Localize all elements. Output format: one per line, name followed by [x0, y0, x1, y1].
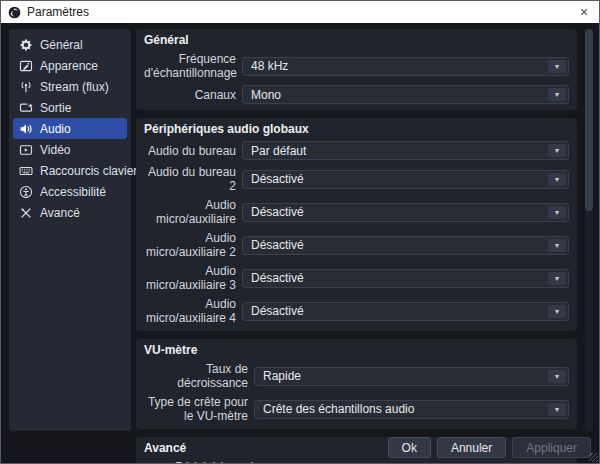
select-value: Crête des échantillons audio: [263, 402, 548, 416]
settings-row: Audio micro/auxiliaire 3 Désactivé ▾: [144, 264, 569, 292]
settings-body: Général Apparence Stream (flux) Sortie A…: [1, 23, 599, 463]
chevron-down-icon: ▾: [548, 403, 566, 416]
settings-row: Canaux Mono ▾: [144, 85, 569, 104]
select-value: Désactivé: [251, 304, 548, 318]
sidebar-item-appearance[interactable]: Apparence: [13, 55, 127, 76]
sidebar-item-video[interactable]: Vidéo: [13, 139, 127, 160]
section-general: Général Fréquence d'échantillonnage 48 k…: [136, 29, 577, 110]
field-label: Audio micro/auxiliaire 4: [144, 297, 236, 325]
field-label: Audio du bureau 2: [144, 165, 236, 193]
chevron-down-icon: ▾: [548, 88, 566, 101]
settings-row: Audio micro/auxiliaire 4 Désactivé ▾: [144, 297, 569, 325]
channels-select[interactable]: Mono ▾: [242, 85, 569, 104]
appearance-icon: [19, 59, 33, 73]
settings-row: Type de crête pour le VU-mètre Crête des…: [144, 395, 569, 423]
settings-row: Périphérique de Monitoring audio Par déf…: [144, 460, 569, 464]
tools-icon: [19, 206, 33, 220]
settings-window: Paramètres × Général Apparence Stream (f…: [0, 0, 600, 464]
mic-aux-2-select[interactable]: Désactivé ▾: [242, 236, 569, 255]
select-value: 48 kHz: [251, 59, 548, 73]
mic-aux-4-select[interactable]: Désactivé ▾: [242, 302, 569, 321]
section-title: VU-mètre: [144, 343, 569, 357]
chevron-down-icon: ▾: [548, 60, 566, 73]
settings-row: Audio micro/auxiliaire 2 Désactivé ▾: [144, 231, 569, 259]
field-label: Taux de décroissance: [144, 362, 248, 390]
chevron-down-icon: ▾: [548, 144, 566, 157]
chevron-down-icon: ▾: [548, 272, 566, 285]
select-value: Mono: [251, 88, 548, 102]
sidebar-item-label: Raccourcis clavier: [40, 164, 137, 178]
field-label: Audio micro/auxiliaire 3: [144, 264, 236, 292]
sidebar-item-audio[interactable]: Audio: [13, 118, 127, 139]
settings-content: Général Fréquence d'échantillonnage 48 k…: [136, 29, 577, 431]
select-value: Désactivé: [251, 205, 548, 219]
select-value: Désactivé: [251, 172, 548, 186]
field-label: Canaux: [144, 88, 236, 102]
select-value: Désactivé: [251, 271, 548, 285]
section-title: Général: [144, 33, 569, 47]
desktop-audio-2-select[interactable]: Désactivé ▾: [242, 170, 569, 189]
chevron-down-icon: ▾: [548, 370, 566, 383]
sidebar-item-label: Sortie: [40, 101, 71, 115]
chevron-down-icon: ▾: [548, 239, 566, 252]
apply-button[interactable]: Appliquer: [512, 437, 591, 458]
sidebar-item-label: Avancé: [40, 206, 80, 220]
settings-row: Taux de décroissance Rapide ▾: [144, 362, 569, 390]
titlebar: Paramètres ×: [1, 1, 599, 23]
keyboard-icon: [19, 164, 33, 178]
sidebar-item-advanced[interactable]: Avancé: [13, 202, 127, 223]
section-title: Périphériques audio globaux: [144, 122, 569, 136]
sample-rate-select[interactable]: 48 kHz ▾: [242, 57, 569, 76]
stream-icon: [19, 80, 33, 94]
sidebar-item-hotkeys[interactable]: Raccourcis clavier: [13, 160, 127, 181]
mic-aux-select[interactable]: Désactivé ▾: [242, 203, 569, 222]
sidebar-item-label: Général: [40, 38, 83, 52]
chevron-down-icon: ▾: [548, 206, 566, 219]
accessibility-icon: [19, 185, 33, 199]
section-global-audio-devices: Périphériques audio globaux Audio du bur…: [136, 118, 577, 331]
sidebar-item-output[interactable]: Sortie: [13, 97, 127, 118]
scrollbar-thumb[interactable]: [585, 29, 593, 211]
settings-row: Fréquence d'échantillonnage 48 kHz ▾: [144, 52, 569, 80]
chevron-down-icon: ▾: [548, 173, 566, 186]
scrollbar[interactable]: [585, 29, 593, 431]
select-value: Par défaut: [251, 144, 548, 158]
close-button[interactable]: ×: [569, 1, 599, 23]
sidebar-item-label: Stream (flux): [40, 80, 109, 94]
field-label: Périphérique de Monitoring audio: [144, 460, 260, 464]
field-label: Audio du bureau: [144, 144, 236, 158]
field-label: Audio micro/auxiliaire 2: [144, 231, 236, 259]
footer: Ok Annuler Appliquer: [388, 437, 591, 458]
cancel-button[interactable]: Annuler: [437, 437, 506, 458]
field-label: Type de crête pour le VU-mètre: [144, 395, 248, 423]
sidebar-item-label: Accessibilité: [40, 185, 106, 199]
sidebar-item-label: Vidéo: [40, 143, 70, 157]
window-title: Paramètres: [27, 5, 89, 19]
sidebar-item-stream[interactable]: Stream (flux): [13, 76, 127, 97]
section-vu-meter: VU-mètre Taux de décroissance Rapide ▾ T…: [136, 339, 577, 429]
sidebar-item-general[interactable]: Général: [13, 34, 127, 55]
field-label: Fréquence d'échantillonnage: [144, 52, 236, 80]
settings-row: Audio micro/auxiliaire Désactivé ▾: [144, 198, 569, 226]
chevron-down-icon: ▾: [548, 305, 566, 318]
output-icon: [19, 101, 33, 115]
speaker-icon: [19, 122, 33, 136]
select-value: Désactivé: [251, 238, 548, 252]
monitor-icon: [19, 143, 33, 157]
peak-meter-type-select[interactable]: Crête des échantillons audio ▾: [254, 400, 569, 419]
mic-aux-3-select[interactable]: Désactivé ▾: [242, 269, 569, 288]
sidebar-item-label: Apparence: [40, 59, 98, 73]
resize-grip[interactable]: [589, 453, 598, 462]
select-value: Rapide: [263, 369, 548, 383]
meter-decay-select[interactable]: Rapide ▾: [254, 367, 569, 386]
obs-logo-icon: [8, 6, 21, 19]
desktop-audio-select[interactable]: Par défaut ▾: [242, 141, 569, 160]
settings-row: Audio du bureau Par défaut ▾: [144, 141, 569, 160]
sidebar-item-label: Audio: [40, 122, 71, 136]
settings-row: Audio du bureau 2 Désactivé ▾: [144, 165, 569, 193]
ok-button[interactable]: Ok: [388, 437, 431, 458]
gear-icon: [19, 38, 33, 52]
sidebar-item-accessibility[interactable]: Accessibilité: [13, 181, 127, 202]
field-label: Audio micro/auxiliaire: [144, 198, 236, 226]
sidebar: Général Apparence Stream (flux) Sortie A…: [9, 29, 131, 431]
